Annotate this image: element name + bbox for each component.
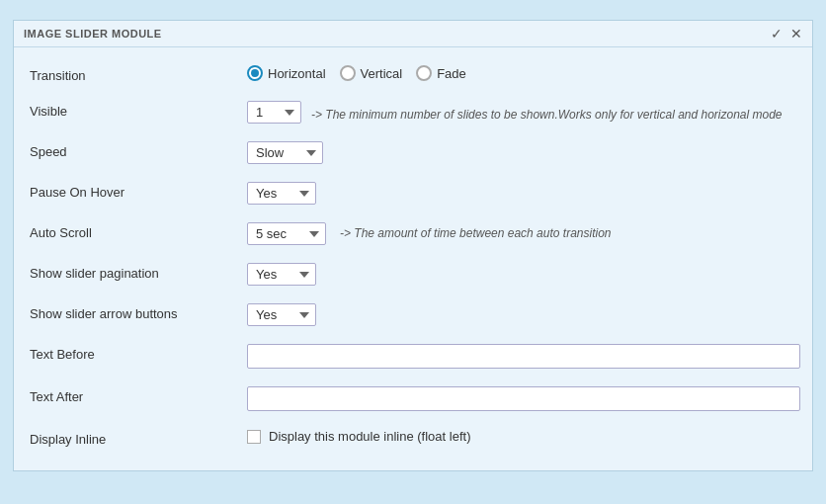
pause-hover-select[interactable]: Yes No [247, 182, 316, 205]
text-after-label: Text After [30, 386, 247, 404]
show-pagination-row: Show slider pagination Yes No [30, 255, 796, 294]
panel-header-icons: ✓ ✕ [771, 27, 802, 41]
show-pagination-label: Show slider pagination [30, 263, 247, 281]
radio-vertical-label: Vertical [361, 66, 403, 81]
display-inline-checkbox-row: Display this module inline (float left) [247, 429, 470, 444]
speed-label: Speed [30, 141, 247, 159]
auto-scroll-control: 1 sec 2 sec 3 sec 5 sec 10 sec -> The am… [247, 222, 796, 245]
show-pagination-select[interactable]: Yes No [247, 263, 316, 286]
radio-fade-circle [416, 65, 432, 81]
visible-top: 1 2 3 4 5 -> The minimum number of slide… [247, 101, 783, 124]
radio-vertical-circle [340, 65, 356, 81]
pause-hover-control: Yes No [247, 182, 796, 205]
radio-horizontal-circle [247, 65, 263, 81]
radio-horizontal-label: Horizontal [268, 66, 326, 81]
panel-title: IMAGE SLIDER MODULE [24, 28, 162, 40]
image-slider-module-panel: IMAGE SLIDER MODULE ✓ ✕ Transition Horiz… [13, 20, 813, 471]
radio-horizontal[interactable]: Horizontal [247, 65, 326, 81]
radio-vertical[interactable]: Vertical [340, 65, 403, 81]
text-before-row: Text Before [30, 336, 796, 377]
text-before-label: Text Before [30, 344, 247, 362]
show-arrows-label: Show slider arrow buttons [30, 303, 247, 321]
show-arrows-control: Yes No [247, 303, 796, 326]
radio-fade[interactable]: Fade [416, 65, 466, 81]
close-icon[interactable]: ✕ [790, 27, 802, 41]
auto-scroll-label: Auto Scroll [30, 222, 247, 240]
show-pagination-control: Yes No [247, 263, 796, 286]
visible-row: Visible 1 2 3 4 5 -> The minimum number … [30, 93, 796, 131]
auto-scroll-hint: -> The amount of time between each auto … [340, 222, 612, 240]
text-after-control [247, 386, 800, 411]
show-arrows-select[interactable]: Yes No [247, 303, 316, 326]
visible-hint: -> The minimum number of slides to be sh… [311, 104, 783, 122]
text-after-row: Text After [30, 378, 796, 419]
speed-select[interactable]: Slow Medium Fast [247, 141, 323, 164]
transition-control: Horizontal Vertical Fade [247, 65, 796, 81]
visible-label: Visible [30, 101, 247, 119]
text-before-control [247, 344, 800, 369]
panel-body: Transition Horizontal Vertical Fade [14, 47, 812, 470]
display-inline-row: Display Inline Display this module inlin… [30, 421, 796, 455]
speed-control: Slow Medium Fast [247, 141, 796, 164]
show-arrows-row: Show slider arrow buttons Yes No [30, 295, 796, 334]
text-before-input[interactable] [247, 344, 800, 369]
auto-scroll-row: Auto Scroll 1 sec 2 sec 3 sec 5 sec 10 s… [30, 214, 796, 253]
pause-hover-label: Pause On Hover [30, 182, 247, 200]
text-after-input[interactable] [247, 386, 800, 411]
speed-row: Speed Slow Medium Fast [30, 133, 796, 172]
pause-hover-row: Pause On Hover Yes No [30, 174, 796, 212]
visible-control: 1 2 3 4 5 -> The minimum number of slide… [247, 101, 796, 124]
transition-radio-group: Horizontal Vertical Fade [247, 65, 466, 81]
transition-row: Transition Horizontal Vertical Fade [30, 57, 796, 91]
visible-hint-wrap: 1 2 3 4 5 -> The minimum number of slide… [247, 101, 783, 124]
display-inline-checkbox-label: Display this module inline (float left) [269, 429, 470, 444]
collapse-icon[interactable]: ✓ [771, 27, 783, 41]
radio-fade-label: Fade [437, 66, 466, 81]
display-inline-control: Display this module inline (float left) [247, 429, 796, 444]
panel-header: IMAGE SLIDER MODULE ✓ ✕ [14, 21, 812, 47]
display-inline-checkbox[interactable] [247, 430, 261, 444]
auto-scroll-select[interactable]: 1 sec 2 sec 3 sec 5 sec 10 sec [247, 222, 326, 245]
visible-select[interactable]: 1 2 3 4 5 [247, 101, 301, 124]
transition-label: Transition [30, 65, 247, 83]
display-inline-label: Display Inline [30, 429, 247, 447]
